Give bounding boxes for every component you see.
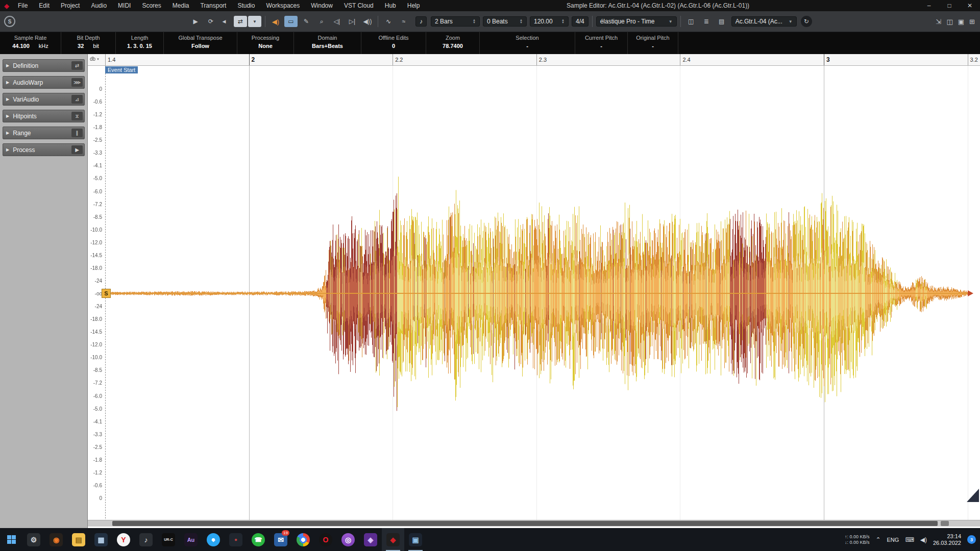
infobar-column[interactable]: Selection -	[480, 32, 575, 54]
zoom-slider-handle[interactable]	[941, 521, 949, 526]
crossfade-icon[interactable]: ≈	[397, 16, 410, 27]
maximize-button[interactable]: □	[939, 0, 960, 11]
tempo-spinner[interactable]: 120.00 ▲▼	[530, 16, 569, 27]
layout-lanes-icon[interactable]: ≣	[700, 16, 713, 27]
expander-icon[interactable]: ▶	[6, 80, 9, 85]
taskbar-app[interactable]: ◎	[337, 528, 359, 551]
open-in-lower-zone-icon[interactable]: ⇲	[936, 18, 942, 26]
setup-window-layout-icon[interactable]: ⊞	[969, 18, 975, 26]
regenerate-icon[interactable]: ↻	[801, 16, 812, 27]
taskbar-app[interactable]: Y	[112, 528, 135, 551]
beats-spinner[interactable]: 0 Beats ▲▼	[483, 16, 527, 27]
taskbar-app[interactable]	[292, 528, 314, 551]
volume-icon[interactable]: ◀)	[920, 536, 927, 543]
infobar-column[interactable]: Processing None	[237, 32, 294, 54]
taskbar-app[interactable]: ▣	[404, 528, 427, 551]
inspector-section[interactable]: ▶ Range ∥	[3, 127, 85, 139]
zoom-corner-handle[interactable]	[967, 489, 979, 502]
draw-tool[interactable]: ✎	[300, 16, 313, 27]
spin-down-icon[interactable]: ▼	[520, 21, 523, 24]
autoscroll-button[interactable]: ⇄	[234, 16, 247, 27]
taskbar-app[interactable]: ▤	[67, 528, 90, 551]
menu-item[interactable]: Studio	[233, 2, 259, 9]
clock[interactable]: 23:14 26.03.2022	[933, 533, 961, 546]
taskbar-app[interactable]: ◆	[382, 528, 404, 551]
menu-item[interactable]: VST Cloud	[339, 2, 378, 9]
infobar-column[interactable]: Original Pitch -	[628, 32, 678, 54]
tray-overflow-chevron-icon[interactable]: ⌃	[875, 536, 880, 543]
menu-item[interactable]: Media	[168, 2, 194, 9]
touch-keyboard-icon[interactable]: ⌨	[905, 536, 914, 543]
taskbar-app[interactable]: ⚙	[22, 528, 45, 551]
menu-item[interactable]: Hub	[380, 2, 401, 9]
inspector-section[interactable]: ▶ AudioWarp ⋙	[3, 76, 85, 89]
horizontal-scrollbar[interactable]	[88, 520, 980, 527]
speaker-icon[interactable]: ◀))	[361, 16, 374, 27]
inspector-section[interactable]: ▶ Hitpoints ⧖	[3, 110, 85, 122]
expander-icon[interactable]: ▶	[6, 114, 9, 118]
expander-icon[interactable]: ▶	[6, 131, 9, 135]
infobar-column[interactable]: Zoom 78.7400	[426, 32, 480, 54]
taskbar-app[interactable]: ◈	[359, 528, 382, 551]
spin-down-icon[interactable]: ▼	[473, 21, 476, 24]
menu-item[interactable]: MIDI	[113, 2, 135, 9]
taskbar-app[interactable]: ♪	[135, 528, 157, 551]
loop-button[interactable]: ⟳	[204, 16, 217, 27]
steinberg-logo-icon[interactable]: S	[4, 16, 15, 27]
infobar-column[interactable]: Bit Depth 32 bit	[61, 32, 116, 54]
musical-mode-button[interactable]: ♪	[415, 16, 427, 27]
infobar-column[interactable]: Current Pitch -	[575, 32, 628, 54]
expander-icon[interactable]: ▶	[6, 147, 9, 152]
snap-point-marker[interactable]: S	[102, 289, 111, 298]
play-button[interactable]: ▶	[189, 16, 202, 27]
minimize-button[interactable]: –	[919, 0, 939, 11]
timeline-ruler[interactable]: 1.4 2 2.2 2.3 2.4	[88, 54, 980, 66]
scrollbar-thumb[interactable]	[112, 521, 938, 526]
snap-zero-crossing-icon[interactable]: ∿	[382, 16, 395, 27]
spin-down-icon[interactable]: ▼	[561, 21, 565, 24]
inspector-section-icon[interactable]: ⇄	[71, 61, 83, 70]
menu-item[interactable]: Audio	[86, 2, 111, 9]
range-selection-tool[interactable]: ▭	[284, 16, 298, 27]
clip-selector-dropdown[interactable]: Ac.Gtr.L-04 (Ac... ▼	[731, 16, 797, 27]
taskbar-app[interactable]: ◆	[202, 528, 225, 551]
inspector-section-icon[interactable]: ⋙	[71, 78, 83, 87]
menu-item[interactable]: Project	[56, 2, 84, 9]
menu-item[interactable]: Workspaces	[261, 2, 304, 9]
window-zones-icon[interactable]: ▣	[958, 18, 964, 26]
taskbar-app[interactable]: ▦	[90, 528, 112, 551]
taskbar-app[interactable]: Au	[180, 528, 202, 551]
inspector-section-icon[interactable]: ⊿	[71, 95, 83, 104]
expander-icon[interactable]: ▶	[6, 97, 9, 102]
menu-item[interactable]: File	[13, 2, 32, 9]
layout-pane-icon[interactable]: ◫	[684, 16, 698, 27]
inspector-section[interactable]: ▶ Definition ⇄	[3, 59, 85, 72]
taskbar-app[interactable]: ☎	[247, 528, 270, 551]
split-view-icon[interactable]: ◫	[947, 18, 953, 26]
scale-mode-selector[interactable]: db ▾	[90, 56, 99, 62]
menu-item[interactable]: Scores	[137, 2, 165, 9]
taskbar-app[interactable]: ●	[225, 528, 247, 551]
algorithm-dropdown[interactable]: élastique Pro - Time ▼	[596, 16, 677, 27]
taskbar-app[interactable]: ◉	[45, 528, 67, 551]
event-start-flag[interactable]: Event Start	[105, 66, 138, 73]
taskbar-app[interactable]: ✉ 19	[270, 528, 292, 551]
infobar-column[interactable]: Sample Rate 44.100 kHz	[0, 32, 61, 54]
infobar-column[interactable]: Length 1. 3. 0. 15	[116, 32, 164, 54]
close-button[interactable]: ✕	[960, 0, 980, 11]
inspector-section-icon[interactable]: ⧖	[71, 112, 83, 120]
zoom-tool[interactable]: ⌕	[315, 16, 328, 27]
notification-center-icon[interactable]: 3	[967, 535, 976, 544]
scrub-tool[interactable]: ◁|	[330, 16, 344, 27]
autoscroll-dropdown[interactable]: ▼	[248, 16, 261, 27]
inspector-section-icon[interactable]: ▶	[71, 145, 83, 154]
taskbar-app[interactable]: O	[314, 528, 337, 551]
audition-icon[interactable]: ◀)	[269, 16, 282, 27]
start-button[interactable]	[0, 528, 22, 551]
menu-item[interactable]: Help	[403, 2, 425, 9]
return-to-start-icon[interactable]: ◀	[219, 16, 229, 27]
inspector-section-icon[interactable]: ∥	[71, 129, 83, 137]
taskbar-app[interactable]: UR-C	[157, 528, 180, 551]
time-signature-box[interactable]: 4/4	[572, 16, 589, 27]
infobar-column[interactable]: Offline Edits 0	[361, 32, 426, 54]
